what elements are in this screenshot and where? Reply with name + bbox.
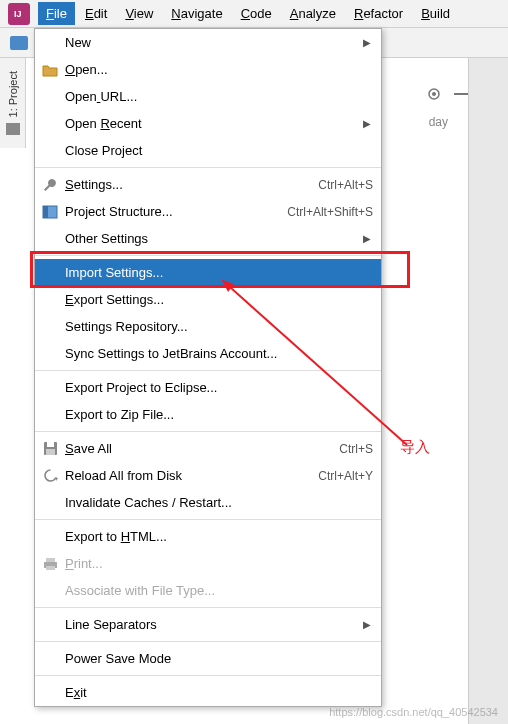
menuitem-label: Reload All from Disk xyxy=(65,468,318,483)
folder-icon xyxy=(41,61,59,79)
save-icon xyxy=(41,440,59,458)
menuitem-label: Open... xyxy=(65,62,373,77)
menuitem-label: Open Recent xyxy=(65,116,373,131)
menu-separator xyxy=(35,675,381,676)
svg-rect-10 xyxy=(46,558,55,562)
menuitem-export-to-zip-file[interactable]: Export to Zip File... xyxy=(35,401,381,428)
menuitem-label: Settings... xyxy=(65,177,318,192)
project-icon xyxy=(10,36,28,50)
menuitem-import-settings[interactable]: Import Settings... xyxy=(35,259,381,286)
menu-separator xyxy=(35,641,381,642)
menuitem-settings[interactable]: Settings...Ctrl+Alt+S xyxy=(35,171,381,198)
panel-controls xyxy=(426,86,468,102)
menu-build[interactable]: Build xyxy=(413,2,458,25)
menuitem-open-recent[interactable]: Open Recent▶ xyxy=(35,110,381,137)
menuitem-export-project-to-eclipse[interactable]: Export Project to Eclipse... xyxy=(35,374,381,401)
menu-analyze[interactable]: Analyze xyxy=(282,2,344,25)
menuitem-label: Other Settings xyxy=(65,231,373,246)
svg-rect-7 xyxy=(47,442,54,447)
side-tool-tab[interactable]: 1: Project xyxy=(0,58,26,148)
menuitem-label: Save All xyxy=(65,441,339,456)
gear-icon[interactable] xyxy=(426,86,442,102)
menuitem-label: Settings Repository... xyxy=(65,319,373,334)
menu-file[interactable]: File xyxy=(38,2,75,25)
menu-edit[interactable]: Edit xyxy=(77,2,115,25)
menuitem-label: Exit xyxy=(65,685,373,700)
menuitem-open-url[interactable]: Open URL... xyxy=(35,83,381,110)
reload-icon xyxy=(41,467,59,485)
menuitem-close-project[interactable]: Close Project xyxy=(35,137,381,164)
svg-point-3 xyxy=(432,92,436,96)
menuitem-open[interactable]: Open... xyxy=(35,56,381,83)
menuitem-new[interactable]: New▶ xyxy=(35,29,381,56)
menuitem-label: Sync Settings to JetBrains Account... xyxy=(65,346,373,361)
menuitem-label: Export to HTML... xyxy=(65,529,373,544)
wrench-icon xyxy=(41,176,59,194)
shortcut-text: Ctrl+Alt+S xyxy=(318,178,373,192)
menuitem-label: Associate with File Type... xyxy=(65,583,373,598)
menu-code[interactable]: Code xyxy=(233,2,280,25)
folder-icon xyxy=(6,123,20,135)
menuitem-invalidate-caches-restart[interactable]: Invalidate Caches / Restart... xyxy=(35,489,381,516)
menuitem-export-to-html[interactable]: Export to HTML... xyxy=(35,523,381,550)
menuitem-reload-all-from-disk[interactable]: Reload All from DiskCtrl+Alt+Y xyxy=(35,462,381,489)
menuitem-line-separators[interactable]: Line Separators▶ xyxy=(35,611,381,638)
menuitem-label: Export Settings... xyxy=(65,292,373,307)
menuitem-print: Print... xyxy=(35,550,381,577)
struct-icon xyxy=(41,203,59,221)
menu-view[interactable]: View xyxy=(117,2,161,25)
menuitem-save-all[interactable]: Save AllCtrl+S xyxy=(35,435,381,462)
menuitem-other-settings[interactable]: Other Settings▶ xyxy=(35,225,381,252)
annotation-text: 导入 xyxy=(400,438,430,457)
menuitem-power-save-mode[interactable]: Power Save Mode xyxy=(35,645,381,672)
menuitem-exit[interactable]: Exit xyxy=(35,679,381,706)
menuitem-label: Open URL... xyxy=(65,89,373,104)
menuitem-label: New xyxy=(65,35,373,50)
shortcut-text: Ctrl+Alt+Shift+S xyxy=(287,205,373,219)
shortcut-text: Ctrl+Alt+Y xyxy=(318,469,373,483)
menu-separator xyxy=(35,607,381,608)
menuitem-sync-settings-to-jetbrains-account[interactable]: Sync Settings to JetBrains Account... xyxy=(35,340,381,367)
menuitem-label: Export Project to Eclipse... xyxy=(65,380,373,395)
menu-separator xyxy=(35,255,381,256)
menuitem-associate-with-file-type: Associate with File Type... xyxy=(35,577,381,604)
menu-separator xyxy=(35,167,381,168)
menu-separator xyxy=(35,370,381,371)
side-tab-label: 1: Project xyxy=(7,71,19,117)
menuitem-label: Import Settings... xyxy=(65,265,373,280)
menuitem-label: Invalidate Caches / Restart... xyxy=(65,495,373,510)
svg-rect-5 xyxy=(43,206,48,218)
minimize-icon[interactable] xyxy=(454,93,468,95)
menuitem-label: Line Separators xyxy=(65,617,373,632)
menu-refactor[interactable]: Refactor xyxy=(346,2,411,25)
chevron-right-icon: ▶ xyxy=(363,118,371,129)
svg-rect-12 xyxy=(46,566,55,570)
svg-rect-8 xyxy=(46,449,55,455)
watermark: https://blog.csdn.net/qq_40542534 xyxy=(329,706,498,718)
file-menu-dropdown: New▶Open...Open URL...Open Recent▶Close … xyxy=(34,28,382,707)
chevron-right-icon: ▶ xyxy=(363,37,371,48)
menuitem-label: Print... xyxy=(65,556,373,571)
menu-navigate[interactable]: Navigate xyxy=(163,2,230,25)
shortcut-text: Ctrl+S xyxy=(339,442,373,456)
menu-separator xyxy=(35,431,381,432)
menuitem-label: Export to Zip File... xyxy=(65,407,373,422)
menu-separator xyxy=(35,519,381,520)
menuitem-project-structure[interactable]: Project Structure...Ctrl+Alt+Shift+S xyxy=(35,198,381,225)
svg-text:IJ: IJ xyxy=(14,9,22,19)
menuitem-label: Power Save Mode xyxy=(65,651,373,666)
chevron-right-icon: ▶ xyxy=(363,619,371,630)
print-icon xyxy=(41,555,59,573)
app-icon: IJ xyxy=(8,3,30,25)
chevron-right-icon: ▶ xyxy=(363,233,371,244)
background-label: day xyxy=(429,115,448,129)
menuitem-settings-repository[interactable]: Settings Repository... xyxy=(35,313,381,340)
menuitem-label: Close Project xyxy=(65,143,373,158)
menuitem-label: Project Structure... xyxy=(65,204,287,219)
menubar: IJ FileEditViewNavigateCodeAnalyzeRefact… xyxy=(0,0,508,28)
menuitem-export-settings[interactable]: Export Settings... xyxy=(35,286,381,313)
right-gutter xyxy=(468,58,508,724)
